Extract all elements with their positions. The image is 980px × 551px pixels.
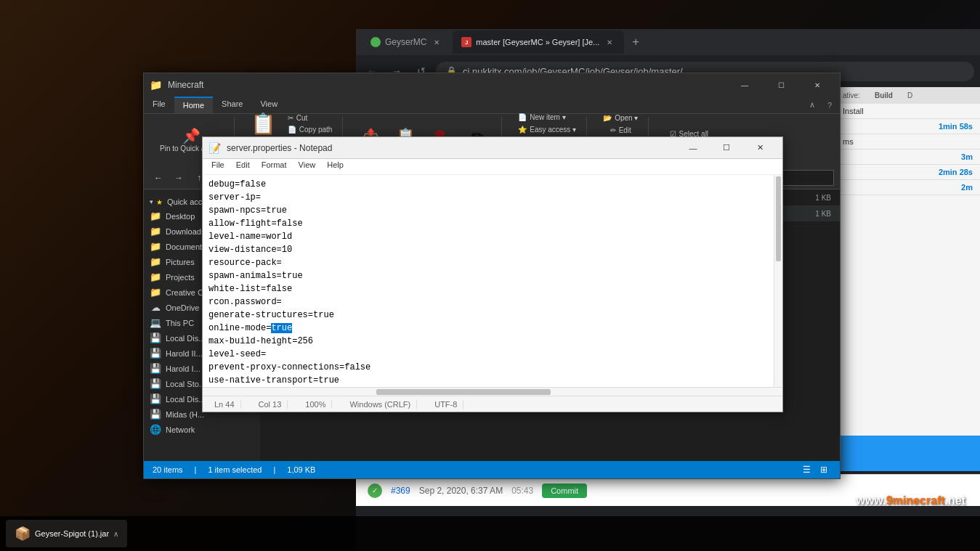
statusbar-ln: Ln 44	[208, 400, 241, 409]
line-max-build-height: max-build-height=256	[208, 335, 777, 348]
tab-geysermc[interactable]: GeyserMC ✕	[362, 30, 451, 54]
view-mode-grid-button[interactable]: ⊞	[817, 462, 831, 477]
open-label: Open ▾	[615, 114, 638, 122]
watermark: www.9minecraft.net	[856, 494, 965, 507]
sidebar-item-localdisk1-label: Local Dis...	[166, 334, 205, 343]
harold1-icon: 💾	[150, 363, 161, 374]
statusbar-col: Col 13	[253, 400, 288, 409]
expand-ribbon-button[interactable]: ∧	[805, 98, 819, 113]
rp-time-2min28s: 2min 28s	[939, 168, 973, 176]
line-spawn-animals: spawn-animals=true	[208, 269, 777, 282]
ribbon-small-buttons: ✂ Cut 📄 Copy path	[283, 113, 337, 135]
maximize-button[interactable]: ☐	[764, 73, 798, 97]
tab-geysermc-close[interactable]: ✕	[431, 36, 442, 48]
menu-help[interactable]: Help	[321, 159, 349, 174]
tab-jenkins-close[interactable]: ✕	[604, 36, 615, 48]
sidebar-item-downloads-label: Downloads	[166, 227, 205, 236]
menu-view[interactable]: View	[293, 159, 322, 174]
jar-icon: 📦	[15, 526, 31, 542]
line-server-ip: server-ip=	[208, 191, 777, 204]
thispc-icon: 💻	[150, 317, 161, 328]
open-button[interactable]: 📂 Open ▾	[599, 113, 642, 123]
minimize-button[interactable]: —	[728, 73, 761, 97]
easy-access-icon: ⭐	[518, 126, 527, 134]
items-count: 20 items	[153, 465, 183, 474]
taskbar-chevron: ∧	[113, 530, 118, 538]
sidebar-item-thispc-label: This PC	[166, 319, 194, 327]
tab-file[interactable]: File	[144, 97, 174, 113]
taskbar-download-item[interactable]: 📦 Geyser-Spigot (1).jar ∧	[6, 520, 127, 547]
help-button[interactable]: ?	[822, 98, 837, 113]
watermark-brand: 9minecraft	[886, 494, 945, 507]
statusbar-encoding: UTF-8	[429, 400, 463, 409]
notepad-close-button[interactable]: ✕	[743, 137, 777, 159]
nav-forward-button[interactable]: →	[170, 169, 187, 187]
sidebar-item-network[interactable]: 🌐 Network	[144, 422, 260, 437]
edit-button[interactable]: ✏ Edit	[606, 125, 636, 136]
usercache-size: 1 KB	[778, 194, 831, 202]
line-prevent-proxy: prevent-proxy-connections=false	[208, 361, 777, 374]
window-controls: — ☐ ✕	[728, 73, 834, 97]
file-explorer-statusbar: 20 items | 1 item selected | 1,09 KB ☰ ⊞	[144, 461, 840, 478]
copy-path-icon: 📄	[288, 126, 296, 134]
commit-button[interactable]: Commit	[542, 483, 587, 498]
hscrollbar-thumb[interactable]	[376, 389, 550, 395]
quick-access-star: ★	[156, 198, 163, 206]
line-resource-pack: resource-pack=	[208, 256, 777, 269]
online-mode-highlight: true	[271, 323, 292, 333]
selected-size: 1,09 KB	[287, 465, 315, 474]
line-online-mode: online-mode=true	[208, 322, 777, 335]
notepad-content[interactable]: debug=false server-ip= spawn-npcs=true a…	[203, 175, 782, 387]
view-mode-list-button[interactable]: ☰	[799, 462, 814, 477]
tab-jenkins-label: master [GeyserMC » Geyser] [Je...	[476, 38, 599, 46]
whitelist-size: 1 KB	[778, 210, 831, 218]
tab-home[interactable]: Home	[174, 97, 213, 113]
notepad-statusbar: Ln 44 Col 13 100% Windows (CRLF) UTF-8	[203, 396, 782, 412]
statusbar-line-ending: Windows (CRLF)	[344, 400, 417, 409]
tab-jenkins[interactable]: J master [GeyserMC » Geyser] [Je... ✕	[453, 30, 624, 54]
copy-path-button[interactable]: 📄 Copy path	[283, 124, 337, 135]
rp-time-1min58s: 1min 58s	[939, 122, 973, 131]
menu-format[interactable]: Format	[256, 159, 293, 174]
easy-access-button[interactable]: ⭐ Easy access ▾	[514, 124, 580, 135]
sidebar-item-pictures-label: Pictures	[166, 258, 195, 266]
open-icon: 📂	[603, 114, 612, 122]
rp-label-d: D	[907, 91, 912, 99]
cut-label: Cut	[296, 114, 308, 122]
easy-access-label: Easy access ▾	[530, 126, 576, 134]
rp-label-ative: ative:	[843, 91, 860, 99]
nav-back-button[interactable]: ←	[150, 169, 167, 187]
new-item-button[interactable]: 📄 New item ▾	[514, 112, 580, 123]
file-explorer-title: Minecraft	[168, 80, 728, 90]
scrollbar-thumb[interactable]	[776, 176, 781, 261]
line-rcon-password: rcon.password=	[208, 295, 777, 309]
new-tab-button[interactable]: +	[625, 32, 646, 52]
notepad-hscrollbar[interactable]	[203, 387, 782, 396]
line-spawn-npcs: spawn-npcs=true	[208, 204, 777, 217]
commit-date: Sep 2, 2020, 6:37 AM	[419, 486, 503, 496]
sidebar-item-projects-label: Projects	[166, 273, 195, 282]
edit-label: Edit	[619, 126, 631, 134]
menu-file[interactable]: File	[206, 159, 230, 174]
projects-icon: 📁	[150, 272, 161, 282]
rp-label-install: Install	[843, 107, 864, 115]
notepad-menubar: File Edit Format View Help	[203, 159, 782, 175]
cut-button[interactable]: ✂ Cut	[283, 113, 337, 123]
network-icon: 🌐	[150, 424, 161, 435]
menu-edit[interactable]: Edit	[230, 159, 256, 174]
notepad-minimize-button[interactable]: —	[676, 137, 710, 159]
notepad-scrollbar[interactable]	[774, 175, 782, 387]
geysermc-favicon	[370, 37, 381, 47]
copy-path-label: Copy path	[299, 126, 333, 134]
rp-time-3m: 3m	[961, 152, 973, 161]
notepad-window: 📝 server.properties - Notepad — ☐ ✕ File…	[202, 136, 783, 412]
tab-geysermc-label: GeyserMC	[385, 37, 426, 47]
notepad-maximize-button[interactable]: ☐	[710, 137, 743, 159]
creative-icon: 📁	[150, 287, 161, 298]
commit-time: 05:43	[511, 486, 533, 496]
sidebar-item-localdisk2-label: Local Dis...	[166, 395, 205, 404]
notepad-app-icon: 📝	[208, 142, 221, 154]
watermark-suffix: .net	[945, 494, 965, 507]
close-button[interactable]: ✕	[801, 73, 834, 97]
copy-button[interactable]: 📋	[246, 111, 280, 137]
